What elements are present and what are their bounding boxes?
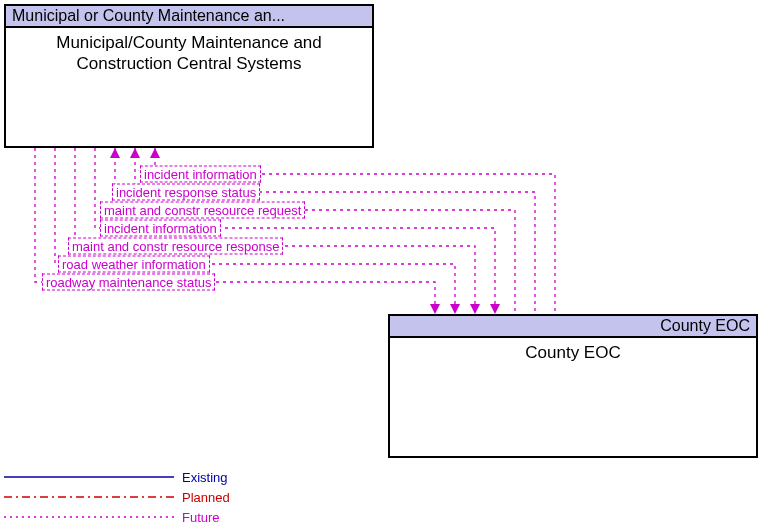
flow-label-incident-response-status[interactable]: incident response status xyxy=(112,184,260,201)
flow-label-incident-information-1[interactable]: incident information xyxy=(140,166,261,183)
node-eoc-body: County EOC xyxy=(390,338,756,367)
flow-label-roadway-maintenance-status[interactable]: roadway maintenance status xyxy=(42,274,215,291)
svg-marker-3 xyxy=(490,304,500,314)
legend-line-planned-icon xyxy=(4,491,174,503)
legend-label-existing: Existing xyxy=(182,470,228,485)
svg-marker-1 xyxy=(130,148,140,158)
legend-label-planned: Planned xyxy=(182,490,230,505)
svg-marker-6 xyxy=(430,304,440,314)
legend-label-future: Future xyxy=(182,510,220,525)
flow-label-incident-information-2[interactable]: incident information xyxy=(100,220,221,237)
node-municipal-header: Municipal or County Maintenance an... xyxy=(6,6,372,28)
flow-label-maint-constr-resource-request[interactable]: maint and constr resource request xyxy=(100,202,305,219)
legend-row-existing: Existing xyxy=(4,467,230,487)
legend: Existing Planned Future xyxy=(4,467,230,527)
node-municipal-body: Municipal/County Maintenance and Constru… xyxy=(6,28,372,79)
node-eoc[interactable]: County EOC County EOC xyxy=(388,314,758,458)
node-eoc-header: County EOC xyxy=(390,316,756,338)
flow-label-maint-constr-resource-response[interactable]: maint and constr resource response xyxy=(68,238,283,255)
legend-line-existing-icon xyxy=(4,471,174,483)
legend-row-planned: Planned xyxy=(4,487,230,507)
svg-marker-5 xyxy=(450,304,460,314)
node-municipal[interactable]: Municipal or County Maintenance an... Mu… xyxy=(4,4,374,148)
legend-line-future-icon xyxy=(4,511,174,523)
svg-marker-0 xyxy=(150,148,160,158)
svg-marker-2 xyxy=(110,148,120,158)
legend-row-future: Future xyxy=(4,507,230,527)
svg-marker-4 xyxy=(470,304,480,314)
flow-label-road-weather-information[interactable]: road weather information xyxy=(58,256,210,273)
